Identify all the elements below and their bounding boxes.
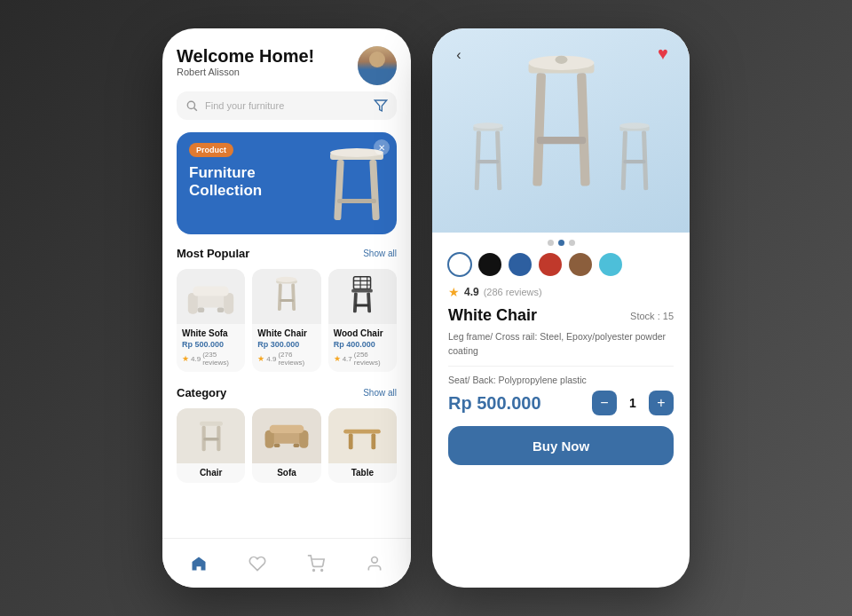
- right-product-title: White Chair: [448, 306, 537, 325]
- nav-cart[interactable]: [296, 544, 335, 583]
- rating-count: (286 reviews): [484, 287, 542, 297]
- svg-point-15: [276, 277, 297, 282]
- svg-rect-12: [198, 307, 204, 312]
- chair-image: [252, 269, 320, 324]
- nav-wishlist[interactable]: [238, 544, 277, 583]
- swatch-cyan[interactable]: [599, 253, 622, 276]
- category-grid: Chair Sofa: [177, 408, 397, 483]
- svg-rect-31: [203, 438, 219, 440]
- stock-text: Stock : 15: [630, 311, 674, 321]
- svg-rect-35: [270, 425, 304, 433]
- cat-chair-illustration: [191, 415, 232, 456]
- favorite-button[interactable]: ♥: [651, 41, 675, 66]
- swatch-red[interactable]: [539, 253, 562, 276]
- category-card-chair[interactable]: Chair: [177, 408, 245, 483]
- left-scroll-area: Welcome Home! Robert Alisson Find your f…: [162, 28, 411, 538]
- buy-now-button[interactable]: Buy Now: [448, 426, 674, 465]
- filter-icon[interactable]: [374, 99, 388, 113]
- dot-3[interactable]: [569, 240, 575, 246]
- svg-point-56: [619, 122, 649, 129]
- swatch-white[interactable]: [448, 253, 471, 276]
- most-popular-show-all[interactable]: Show all: [363, 249, 397, 258]
- nav-home[interactable]: [179, 544, 218, 583]
- svg-rect-7: [337, 199, 376, 203]
- product-hero: ‹ ♥: [432, 28, 690, 233]
- cat-sofa-image: [252, 408, 320, 463]
- qty-decrease-button[interactable]: −: [592, 391, 617, 415]
- product-card-chair[interactable]: White Chair Rp 300.000 ★ 4.9 (276 review…: [252, 269, 320, 372]
- svg-rect-54: [536, 137, 586, 144]
- swatch-brown[interactable]: [569, 253, 592, 276]
- title-stock-row: White Chair Stock : 15: [448, 306, 674, 325]
- banner-title: FurnitureCollection: [189, 164, 304, 201]
- search-placeholder: Find your furniture: [205, 100, 374, 111]
- chair-rating-val: 4.9: [266, 355, 276, 363]
- svg-rect-24: [351, 289, 373, 293]
- svg-rect-36: [274, 444, 280, 447]
- heart-icon: [248, 555, 266, 573]
- price-qty-row: Rp 500.000 − 1 +: [448, 391, 674, 415]
- wood-chair-rating: ★ 4.7 (256 reviews): [334, 351, 391, 367]
- sofa-image: [177, 269, 245, 324]
- svg-point-43: [372, 557, 378, 563]
- qty-increase-button[interactable]: +: [649, 391, 674, 415]
- detail-scroll: ★ 4.9 (286 reviews) White Chair Stock : …: [432, 251, 690, 588]
- home-icon: [190, 555, 208, 573]
- cat-chair-name: Chair: [177, 463, 245, 483]
- product-card-wood-chair[interactable]: Wood Chair Rp 400.000 ★ 4.7 (256 reviews…: [328, 269, 397, 372]
- most-popular-title: Most Popular: [177, 247, 249, 260]
- wood-chair-info: Wood Chair Rp 400.000 ★ 4.7 (256 reviews…: [328, 324, 397, 372]
- svg-rect-6: [369, 160, 380, 220]
- product-card-sofa[interactable]: White Sofa Rp 500.000 ★ 4.9 (235 reviews…: [177, 269, 245, 372]
- qty-value: 1: [626, 396, 640, 410]
- close-banner-button[interactable]: ✕: [374, 139, 390, 155]
- wood-chair-rating-val: 4.7: [343, 355, 352, 363]
- chair-price: Rp 300.000: [257, 340, 315, 349]
- category-title: Category: [177, 386, 226, 399]
- svg-marker-2: [375, 100, 386, 111]
- category-card-table[interactable]: Table: [328, 408, 397, 483]
- dot-1[interactable]: [548, 240, 554, 246]
- nav-profile[interactable]: [355, 544, 394, 583]
- search-bar[interactable]: Find your furniture: [177, 91, 397, 120]
- svg-rect-28: [200, 422, 223, 426]
- right-phone-content: ‹ ♥: [432, 28, 690, 588]
- chair-info: White Chair Rp 300.000 ★ 4.9 (276 review…: [252, 324, 320, 372]
- svg-rect-52: [532, 73, 546, 186]
- rating-star-icon: ★: [448, 285, 460, 299]
- dot-2[interactable]: [558, 240, 564, 246]
- sofa-name: White Sofa: [182, 328, 240, 338]
- swatch-blue[interactable]: [509, 253, 532, 276]
- left-phone: Welcome Home! Robert Alisson Find your f…: [162, 28, 411, 588]
- back-button[interactable]: ‹: [446, 43, 471, 67]
- svg-rect-40: [372, 434, 376, 450]
- category-card-sofa[interactable]: Sofa: [252, 408, 320, 483]
- cat-table-name: Table: [328, 463, 397, 483]
- svg-rect-5: [334, 160, 344, 220]
- description-2: Seat/ Back: Polypropylene plastic: [448, 374, 674, 388]
- avatar-image: [358, 46, 397, 85]
- sofa-rating: ★ 4.9 (235 reviews): [182, 351, 240, 367]
- category-header: Category Show all: [177, 386, 397, 399]
- swatch-black[interactable]: [478, 253, 501, 276]
- product-badge: Product: [189, 143, 233, 157]
- svg-rect-11: [193, 287, 228, 296]
- wood-chair-price: Rp 400.000: [334, 340, 391, 349]
- cat-sofa-illustration: [264, 419, 310, 453]
- main-price: Rp 500.000: [448, 393, 541, 414]
- chair-rating: ★ 4.9 (276 reviews): [257, 351, 315, 367]
- sofa-info: White Sofa Rp 500.000 ★ 4.9 (235 reviews…: [177, 324, 245, 372]
- cat-table-image: [328, 408, 397, 463]
- right-phone: ‹ ♥: [432, 28, 690, 588]
- most-popular-header: Most Popular Show all: [177, 247, 397, 260]
- svg-rect-37: [294, 444, 300, 447]
- svg-rect-17: [291, 283, 296, 311]
- wood-chair-rating-count: (256 reviews): [354, 351, 391, 367]
- svg-rect-26: [367, 292, 371, 312]
- svg-rect-25: [353, 292, 358, 312]
- desc-divider: [448, 366, 674, 367]
- svg-rect-19: [354, 277, 371, 289]
- avatar[interactable]: [358, 46, 397, 85]
- category-show-all[interactable]: Show all: [363, 388, 397, 398]
- image-dots: [432, 233, 690, 251]
